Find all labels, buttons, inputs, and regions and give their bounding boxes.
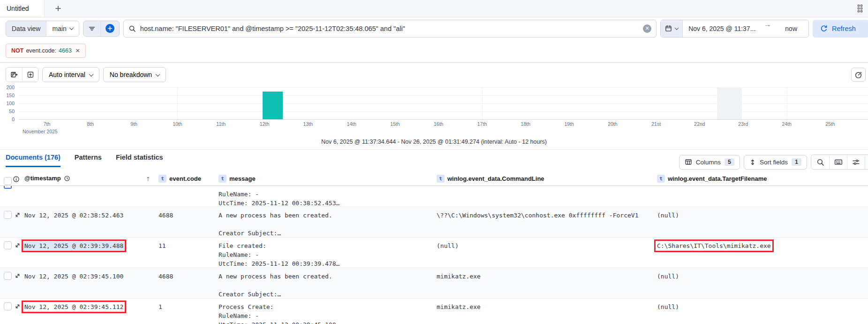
chevron-down-icon bbox=[675, 26, 679, 30]
fullscreen-button[interactable] bbox=[865, 155, 868, 169]
tab-documents[interactable]: Documents (176) bbox=[6, 154, 60, 167]
timestamp-cell: Nov 12, 2025 @ 02:39:45.100 bbox=[24, 272, 123, 281]
column-header-message[interactable]: t message bbox=[219, 175, 256, 183]
histogram-section: Auto interval No breakdown 200150100500 … bbox=[0, 62, 868, 149]
date-quick-select-button[interactable] bbox=[661, 20, 682, 37]
data-view-button[interactable]: Data view bbox=[6, 21, 46, 36]
clear-query-button[interactable]: ✕ bbox=[643, 24, 651, 33]
table-row: Nov 12, 2025 @ 02:38:52.4634688A new pro… bbox=[0, 207, 868, 238]
refresh-icon bbox=[820, 25, 828, 32]
row-checkbox[interactable] bbox=[4, 302, 12, 310]
x-tick-label: 12th bbox=[260, 121, 269, 127]
x-tick-label: 9th bbox=[130, 121, 137, 127]
x-tick-label: 23rd bbox=[738, 121, 748, 127]
string-type-icon: t bbox=[219, 175, 226, 183]
timestamp-value: Nov 12, 2025 @ 02:38:52.463 bbox=[24, 212, 123, 219]
search-in-table-button[interactable] bbox=[811, 155, 829, 169]
x-axis-month-label: November 2025 bbox=[23, 129, 58, 134]
display-options-button[interactable] bbox=[847, 155, 865, 169]
data-view-value: main bbox=[52, 25, 66, 32]
command-line-cell: (null) bbox=[437, 241, 459, 250]
y-tick-label: 0 bbox=[12, 116, 15, 122]
x-tick-label: 20th bbox=[608, 121, 617, 127]
date-start-button[interactable]: Nov 6, 2025 @ 11:37... bbox=[682, 20, 761, 37]
query-input[interactable]: host.name: "FILESERVER01" and @timestamp… bbox=[123, 20, 657, 38]
x-tick-label: 19th bbox=[564, 121, 574, 127]
table-row: RuleName: - UtcTime: 2025-11-12 00:38:52… bbox=[0, 186, 868, 207]
expand-row-button[interactable] bbox=[15, 242, 21, 248]
column-header-event-code[interactable]: t event.code bbox=[159, 175, 201, 183]
row-checkbox[interactable] bbox=[4, 272, 12, 280]
query-text: host.name: "FILESERVER01" and @timestamp… bbox=[140, 25, 405, 32]
timestamp-cell: Nov 12, 2025 @ 02:39:45.112 bbox=[24, 302, 123, 311]
sort-fields-button[interactable]: Sort fields 1 bbox=[744, 155, 807, 170]
column-header-targetfilename[interactable]: t winlog.event_data.TargetFilename bbox=[657, 175, 767, 183]
x-axis: 7th8th9th10th11th12th13th14th15th16th17t… bbox=[19, 121, 868, 128]
tab-untitled[interactable]: Untitled bbox=[0, 0, 45, 17]
string-type-icon: t bbox=[437, 175, 445, 183]
histogram-icon-buttons bbox=[6, 67, 38, 82]
tab-options-icon[interactable] bbox=[858, 5, 862, 12]
command-line-cell: mimikatz.exe bbox=[437, 302, 481, 311]
x-tick-label: 11th bbox=[216, 121, 226, 127]
histogram-plot bbox=[19, 87, 868, 119]
target-filename-value: (null) bbox=[657, 212, 679, 219]
keyboard-shortcuts-button[interactable] bbox=[829, 155, 847, 169]
x-tick-label: 22nd bbox=[694, 121, 705, 127]
chart-options-button[interactable] bbox=[6, 68, 22, 82]
x-tick-label: 13th bbox=[303, 121, 313, 127]
filter-icon bbox=[88, 25, 96, 32]
target-filename-cell: (null) bbox=[657, 272, 679, 281]
x-tick-label: 17th bbox=[477, 121, 487, 127]
date-end-button[interactable]: now bbox=[774, 20, 808, 37]
histogram-controls: Auto interval No breakdown bbox=[6, 66, 868, 83]
columns-button[interactable]: Columns 5 bbox=[679, 155, 740, 170]
column-header-timestamp[interactable]: @timestamp bbox=[24, 175, 70, 182]
save-chart-button[interactable] bbox=[22, 68, 38, 82]
expand-row-button[interactable] bbox=[15, 273, 21, 279]
edit-visualization-button[interactable] bbox=[851, 68, 866, 82]
documents-section: Documents (176) Patterns Field statistic… bbox=[0, 149, 868, 324]
tab-patterns[interactable]: Patterns bbox=[75, 154, 102, 167]
select-all-checkbox[interactable] bbox=[4, 177, 12, 185]
x-tick-label: 16th bbox=[434, 121, 443, 127]
refresh-button[interactable]: Refresh bbox=[813, 20, 868, 38]
add-filter-button[interactable] bbox=[100, 21, 119, 36]
message-cell: Process Create: RuleName: - UtcTime: 202… bbox=[219, 302, 340, 324]
message-cell: A new process has been created. Creator … bbox=[219, 272, 332, 299]
grid-icon-toolbar bbox=[811, 154, 868, 170]
filter-controls bbox=[83, 21, 120, 37]
y-tick-label: 100 bbox=[6, 100, 15, 106]
breakdown-dropdown[interactable]: No breakdown bbox=[103, 67, 166, 82]
sliders-icon bbox=[852, 158, 860, 166]
interval-dropdown[interactable]: Auto interval bbox=[42, 67, 99, 82]
command-line-cell: mimikatz.exe bbox=[437, 272, 481, 281]
columns-count-badge: 5 bbox=[725, 158, 734, 166]
target-filename-value: (null) bbox=[657, 303, 679, 310]
calendar-icon bbox=[665, 25, 672, 32]
timestamp-value: Nov 12, 2025 @ 02:39:45.100 bbox=[24, 273, 123, 280]
histogram-bar[interactable] bbox=[263, 92, 283, 120]
target-filename-cell: (null) bbox=[657, 211, 679, 220]
filter-pill[interactable]: NOT event.code: 4663 ✕ bbox=[6, 44, 86, 58]
expand-row-button[interactable] bbox=[15, 212, 21, 218]
chevron-down-icon bbox=[89, 72, 93, 77]
row-checkbox[interactable] bbox=[4, 211, 12, 219]
table-row: Nov 12, 2025 @ 02:39:45.1004688A new pro… bbox=[0, 268, 868, 299]
column-header-commandline[interactable]: t winlog.event_data.CommandLine bbox=[437, 175, 544, 183]
chart-icon bbox=[10, 71, 18, 78]
x-tick-label: 21st bbox=[651, 121, 661, 127]
data-view-selector[interactable]: main bbox=[46, 21, 78, 36]
timestamp-cell: Nov 12, 2025 @ 02:39:39.488 bbox=[24, 241, 123, 250]
table-header: @timestamp ↑ t event.code t message t wi… bbox=[0, 173, 868, 186]
tab-field-statistics[interactable]: Field statistics bbox=[116, 154, 163, 167]
filter-row: NOT event.code: 4663 ✕ bbox=[0, 39, 868, 62]
filter-menu-button[interactable] bbox=[83, 21, 100, 36]
documents-table: @timestamp ↑ t event.code t message t wi… bbox=[0, 173, 868, 324]
chevron-down-icon bbox=[156, 72, 160, 77]
remove-filter-icon[interactable]: ✕ bbox=[75, 47, 80, 54]
info-icon bbox=[13, 176, 20, 183]
expand-row-button[interactable] bbox=[15, 303, 21, 309]
row-checkbox[interactable] bbox=[4, 241, 12, 249]
new-tab-button[interactable] bbox=[52, 2, 64, 15]
